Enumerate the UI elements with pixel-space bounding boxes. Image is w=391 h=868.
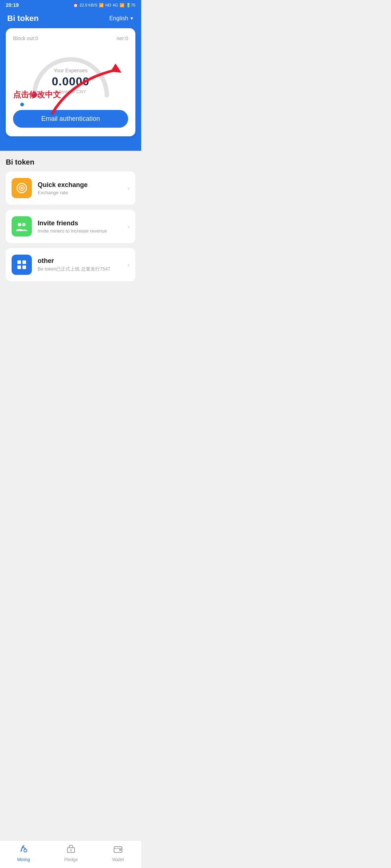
invite-friends-title: Invite friends	[38, 220, 127, 227]
other-item[interactable]: other Be token已正式上线 总量发行7547 ›	[6, 248, 135, 281]
svg-point-4	[18, 223, 21, 226]
quick-exchange-item[interactable]: Quick exchange Exchange rate ›	[6, 171, 135, 205]
status-signal-icon: 📶	[119, 3, 125, 8]
quick-exchange-subtitle: Exchange rate	[38, 190, 127, 195]
expenses-value: 0.0000	[52, 75, 89, 88]
status-wifi-icon: 📶	[99, 3, 104, 8]
quick-exchange-title: Quick exchange	[38, 181, 127, 189]
timer-label: ner:0	[117, 35, 128, 41]
quick-exchange-text: Quick exchange Exchange rate	[38, 181, 127, 195]
svg-rect-7	[22, 260, 26, 264]
header: Bi token English ▼	[0, 10, 141, 23]
invite-friends-text: Invite friends Invite miners to increase…	[38, 220, 127, 234]
bi-token-section: Bi token Quick exchange Exchange rate ›	[0, 151, 141, 315]
svg-point-3	[21, 187, 23, 189]
other-icon	[12, 255, 32, 275]
svg-rect-8	[17, 265, 21, 269]
block-out-label: Block out:0	[13, 35, 38, 41]
other-title: other	[38, 257, 127, 265]
invite-friends-item[interactable]: Invite friends Invite miners to increase…	[6, 210, 135, 243]
other-arrow-icon: ›	[127, 261, 130, 269]
status-battery-icon: 🔋76	[126, 3, 135, 8]
app-title: Bi token	[7, 14, 39, 23]
other-text: other Be token已正式上线 总量发行7547	[38, 257, 127, 272]
gauge-area: Your Expenses 0.0000 reference CNY	[13, 45, 128, 106]
gauge-center: Your Expenses 0.0000 reference CNY	[52, 68, 89, 94]
status-alarm-icon: ⏰	[73, 3, 78, 8]
status-hd-icon: HD	[105, 3, 111, 7]
other-subtitle: Be token已正式上线 总量发行7547	[38, 266, 127, 272]
language-selector[interactable]: English ▼	[109, 15, 134, 22]
status-4g-icon: 4G	[113, 3, 118, 7]
expenses-sub: reference CNY	[52, 89, 89, 94]
quick-exchange-arrow-icon: ›	[127, 184, 130, 192]
section-title: Bi token	[6, 158, 135, 166]
email-auth-button[interactable]: Email authentication	[13, 110, 128, 128]
status-bar: 20:19 ⏰ 22.0 KB/S 📶 HD 4G 📶 🔋76	[0, 0, 141, 10]
hero-section: Block out:0 ner:0 Your Expenses 0.0000 r…	[0, 23, 141, 151]
language-label: English	[109, 15, 128, 22]
svg-rect-6	[17, 260, 21, 264]
quick-exchange-icon	[12, 178, 32, 198]
svg-rect-9	[22, 265, 26, 269]
expenses-label: Your Expenses	[52, 68, 89, 73]
svg-point-5	[22, 223, 26, 226]
card-top-row: Block out:0 ner:0	[13, 35, 128, 41]
expenses-card: Block out:0 ner:0 Your Expenses 0.0000 r…	[6, 28, 135, 136]
status-speed: 22.0 KB/S	[80, 3, 98, 7]
chevron-down-icon: ▼	[130, 16, 134, 21]
invite-friends-subtitle: Invite miners to increase revenue	[38, 228, 127, 234]
invite-friends-arrow-icon: ›	[127, 223, 130, 230]
status-time: 20:19	[6, 2, 19, 8]
status-icons: ⏰ 22.0 KB/S 📶 HD 4G 📶 🔋76	[73, 3, 135, 8]
invite-friends-icon	[12, 216, 32, 237]
